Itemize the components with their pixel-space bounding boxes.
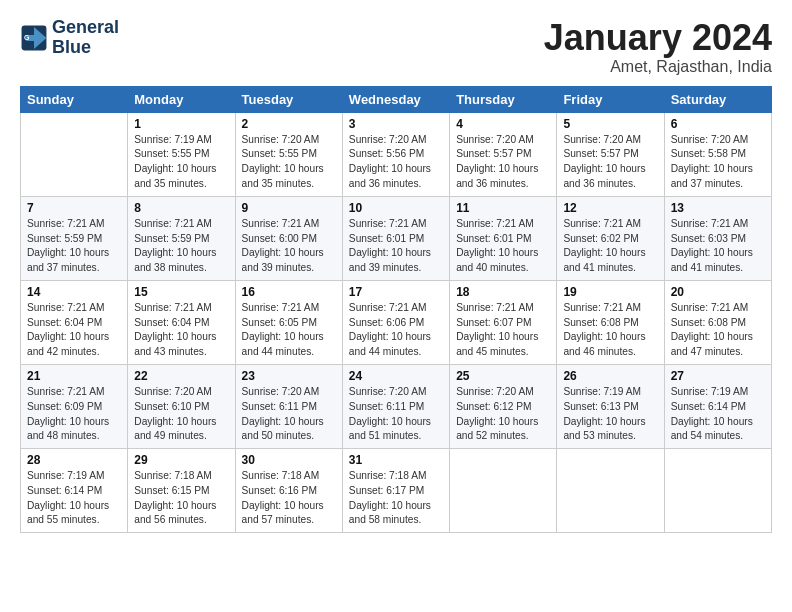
- calendar-cell: 27Sunrise: 7:19 AM Sunset: 6:14 PM Dayli…: [664, 364, 771, 448]
- day-number: 30: [242, 453, 336, 467]
- calendar-cell: 11Sunrise: 7:21 AM Sunset: 6:01 PM Dayli…: [450, 196, 557, 280]
- day-number: 24: [349, 369, 443, 383]
- calendar-cell: 21Sunrise: 7:21 AM Sunset: 6:09 PM Dayli…: [21, 364, 128, 448]
- day-number: 1: [134, 117, 228, 131]
- calendar-cell: 17Sunrise: 7:21 AM Sunset: 6:06 PM Dayli…: [342, 280, 449, 364]
- day-number: 4: [456, 117, 550, 131]
- header: G General Blue January 2024 Amet, Rajast…: [20, 18, 772, 76]
- calendar-cell: 1Sunrise: 7:19 AM Sunset: 5:55 PM Daylig…: [128, 112, 235, 196]
- day-info: Sunrise: 7:21 AM Sunset: 6:08 PM Dayligh…: [671, 301, 765, 360]
- calendar-cell: 16Sunrise: 7:21 AM Sunset: 6:05 PM Dayli…: [235, 280, 342, 364]
- day-number: 3: [349, 117, 443, 131]
- day-number: 15: [134, 285, 228, 299]
- calendar-cell: 3Sunrise: 7:20 AM Sunset: 5:56 PM Daylig…: [342, 112, 449, 196]
- day-info: Sunrise: 7:21 AM Sunset: 6:00 PM Dayligh…: [242, 217, 336, 276]
- day-number: 22: [134, 369, 228, 383]
- day-info: Sunrise: 7:18 AM Sunset: 6:15 PM Dayligh…: [134, 469, 228, 528]
- day-info: Sunrise: 7:21 AM Sunset: 6:03 PM Dayligh…: [671, 217, 765, 276]
- calendar-cell: 14Sunrise: 7:21 AM Sunset: 6:04 PM Dayli…: [21, 280, 128, 364]
- day-info: Sunrise: 7:21 AM Sunset: 6:01 PM Dayligh…: [456, 217, 550, 276]
- calendar-cell: [557, 449, 664, 533]
- day-info: Sunrise: 7:18 AM Sunset: 6:17 PM Dayligh…: [349, 469, 443, 528]
- day-info: Sunrise: 7:19 AM Sunset: 6:14 PM Dayligh…: [671, 385, 765, 444]
- day-info: Sunrise: 7:21 AM Sunset: 6:08 PM Dayligh…: [563, 301, 657, 360]
- calendar-cell: 30Sunrise: 7:18 AM Sunset: 6:16 PM Dayli…: [235, 449, 342, 533]
- calendar-cell: 25Sunrise: 7:20 AM Sunset: 6:12 PM Dayli…: [450, 364, 557, 448]
- day-number: 28: [27, 453, 121, 467]
- day-info: Sunrise: 7:21 AM Sunset: 6:06 PM Dayligh…: [349, 301, 443, 360]
- day-info: Sunrise: 7:21 AM Sunset: 6:09 PM Dayligh…: [27, 385, 121, 444]
- day-number: 23: [242, 369, 336, 383]
- calendar-cell: 29Sunrise: 7:18 AM Sunset: 6:15 PM Dayli…: [128, 449, 235, 533]
- weekday-header-wednesday: Wednesday: [342, 86, 449, 112]
- day-number: 2: [242, 117, 336, 131]
- day-number: 11: [456, 201, 550, 215]
- logo: G General Blue: [20, 18, 119, 58]
- day-info: Sunrise: 7:21 AM Sunset: 6:07 PM Dayligh…: [456, 301, 550, 360]
- day-number: 9: [242, 201, 336, 215]
- day-info: Sunrise: 7:20 AM Sunset: 6:11 PM Dayligh…: [349, 385, 443, 444]
- weekday-header-monday: Monday: [128, 86, 235, 112]
- day-number: 12: [563, 201, 657, 215]
- logo-icon: G: [20, 24, 48, 52]
- weekday-header-thursday: Thursday: [450, 86, 557, 112]
- calendar-cell: 15Sunrise: 7:21 AM Sunset: 6:04 PM Dayli…: [128, 280, 235, 364]
- day-number: 7: [27, 201, 121, 215]
- title-block: January 2024 Amet, Rajasthan, India: [544, 18, 772, 76]
- day-info: Sunrise: 7:21 AM Sunset: 6:02 PM Dayligh…: [563, 217, 657, 276]
- calendar-cell: 18Sunrise: 7:21 AM Sunset: 6:07 PM Dayli…: [450, 280, 557, 364]
- day-number: 13: [671, 201, 765, 215]
- weekday-header-tuesday: Tuesday: [235, 86, 342, 112]
- day-info: Sunrise: 7:19 AM Sunset: 6:14 PM Dayligh…: [27, 469, 121, 528]
- day-number: 20: [671, 285, 765, 299]
- week-row-1: 1Sunrise: 7:19 AM Sunset: 5:55 PM Daylig…: [21, 112, 772, 196]
- calendar-cell: 19Sunrise: 7:21 AM Sunset: 6:08 PM Dayli…: [557, 280, 664, 364]
- calendar-cell: [664, 449, 771, 533]
- calendar-cell: 8Sunrise: 7:21 AM Sunset: 5:59 PM Daylig…: [128, 196, 235, 280]
- day-info: Sunrise: 7:20 AM Sunset: 5:55 PM Dayligh…: [242, 133, 336, 192]
- calendar-cell: 5Sunrise: 7:20 AM Sunset: 5:57 PM Daylig…: [557, 112, 664, 196]
- calendar-cell: 31Sunrise: 7:18 AM Sunset: 6:17 PM Dayli…: [342, 449, 449, 533]
- day-number: 27: [671, 369, 765, 383]
- calendar-cell: 20Sunrise: 7:21 AM Sunset: 6:08 PM Dayli…: [664, 280, 771, 364]
- day-number: 18: [456, 285, 550, 299]
- week-row-4: 21Sunrise: 7:21 AM Sunset: 6:09 PM Dayli…: [21, 364, 772, 448]
- day-number: 16: [242, 285, 336, 299]
- calendar-table: SundayMondayTuesdayWednesdayThursdayFrid…: [20, 86, 772, 534]
- day-info: Sunrise: 7:20 AM Sunset: 5:57 PM Dayligh…: [563, 133, 657, 192]
- weekday-header-sunday: Sunday: [21, 86, 128, 112]
- day-info: Sunrise: 7:21 AM Sunset: 5:59 PM Dayligh…: [134, 217, 228, 276]
- day-info: Sunrise: 7:20 AM Sunset: 5:57 PM Dayligh…: [456, 133, 550, 192]
- day-number: 19: [563, 285, 657, 299]
- month-title: January 2024: [544, 18, 772, 58]
- day-info: Sunrise: 7:20 AM Sunset: 5:58 PM Dayligh…: [671, 133, 765, 192]
- weekday-header-saturday: Saturday: [664, 86, 771, 112]
- calendar-cell: 23Sunrise: 7:20 AM Sunset: 6:11 PM Dayli…: [235, 364, 342, 448]
- day-number: 5: [563, 117, 657, 131]
- day-number: 29: [134, 453, 228, 467]
- week-row-2: 7Sunrise: 7:21 AM Sunset: 5:59 PM Daylig…: [21, 196, 772, 280]
- day-number: 8: [134, 201, 228, 215]
- day-number: 14: [27, 285, 121, 299]
- day-number: 26: [563, 369, 657, 383]
- calendar-cell: 4Sunrise: 7:20 AM Sunset: 5:57 PM Daylig…: [450, 112, 557, 196]
- day-number: 31: [349, 453, 443, 467]
- calendar-cell: 12Sunrise: 7:21 AM Sunset: 6:02 PM Dayli…: [557, 196, 664, 280]
- calendar-cell: 10Sunrise: 7:21 AM Sunset: 6:01 PM Dayli…: [342, 196, 449, 280]
- calendar-cell: [21, 112, 128, 196]
- day-info: Sunrise: 7:21 AM Sunset: 5:59 PM Dayligh…: [27, 217, 121, 276]
- logo-text: General Blue: [52, 18, 119, 58]
- day-number: 6: [671, 117, 765, 131]
- calendar-cell: 7Sunrise: 7:21 AM Sunset: 5:59 PM Daylig…: [21, 196, 128, 280]
- location: Amet, Rajasthan, India: [544, 58, 772, 76]
- day-info: Sunrise: 7:20 AM Sunset: 6:11 PM Dayligh…: [242, 385, 336, 444]
- calendar-cell: [450, 449, 557, 533]
- day-number: 10: [349, 201, 443, 215]
- week-row-3: 14Sunrise: 7:21 AM Sunset: 6:04 PM Dayli…: [21, 280, 772, 364]
- calendar-cell: 28Sunrise: 7:19 AM Sunset: 6:14 PM Dayli…: [21, 449, 128, 533]
- day-info: Sunrise: 7:21 AM Sunset: 6:04 PM Dayligh…: [27, 301, 121, 360]
- calendar-cell: 13Sunrise: 7:21 AM Sunset: 6:03 PM Dayli…: [664, 196, 771, 280]
- day-info: Sunrise: 7:18 AM Sunset: 6:16 PM Dayligh…: [242, 469, 336, 528]
- day-info: Sunrise: 7:21 AM Sunset: 6:04 PM Dayligh…: [134, 301, 228, 360]
- day-info: Sunrise: 7:19 AM Sunset: 6:13 PM Dayligh…: [563, 385, 657, 444]
